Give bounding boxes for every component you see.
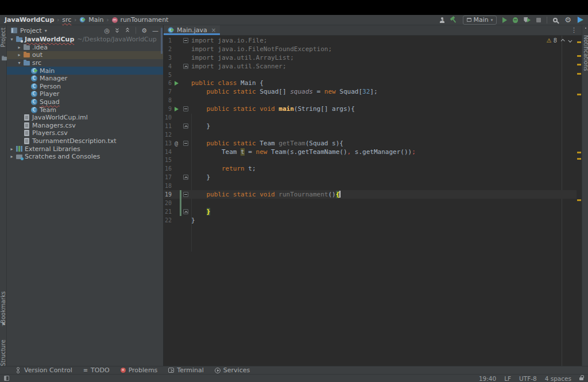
tree-item-person[interactable]: Person [7,83,163,91]
fold-collapse-icon[interactable] [183,38,188,43]
caret-position[interactable]: 19:40 [479,375,496,382]
code-line-20[interactable]: 20 [164,199,577,207]
tree-scrollbar[interactable] [161,28,163,54]
code-line-13[interactable]: 13@ public static Team getTeam(Squad s){ [164,139,577,148]
code-line-10[interactable]: 10 [164,113,577,122]
code-line-21[interactable]: 21 } [164,207,577,216]
fold-collapse-icon[interactable] [183,141,188,146]
code-line-9[interactable]: 9 public static void main(String[] args)… [164,105,577,113]
breadcrumb-method[interactable]: runTournament [121,16,169,24]
code-line-11[interactable]: 11 } [164,122,577,130]
run-gutter-icon[interactable] [175,107,179,111]
profiler-icon[interactable] [577,17,583,23]
line-separator[interactable]: LF [504,375,511,382]
tree-item-squad[interactable]: Squad [7,98,163,106]
search-everywhere-icon[interactable] [553,18,558,22]
breadcrumb-src[interactable]: src [62,16,71,24]
chevron-right-icon[interactable]: ▸ [16,45,23,50]
vcs-change-bar [180,156,181,164]
tree-item-out[interactable]: ▸out [7,51,163,59]
locate-file-icon[interactable]: ◎ [105,28,110,34]
breadcrumb-class[interactable]: Main [88,16,103,24]
run-gutter-icon[interactable] [175,81,179,86]
previous-problem-icon[interactable] [561,39,565,43]
tree-item-scratches-and-consoles[interactable]: ▸Scratches and Consoles [7,153,163,161]
code-line-17[interactable]: 17 } [164,173,577,182]
code-line-18[interactable]: 18 [164,182,577,190]
tree-item-main[interactable]: Main [7,67,163,75]
fold-end-icon[interactable] [183,209,188,214]
code-line-6[interactable]: 6public class Main { [164,79,577,87]
tool-window-button-project[interactable]: Project [0,28,6,47]
code-line-7[interactable]: 7 public static Squad[] squads = new Squ… [164,87,577,96]
tree-item-tournamentdescription-txt[interactable]: TournamentDescription.txt [7,137,163,145]
code-line-16[interactable]: 16 return t; [164,164,577,173]
close-icon[interactable]: × [211,27,216,33]
panel-settings-gear-icon[interactable]: ⚙ [141,28,147,34]
chevron-right-icon[interactable]: ▸ [8,154,16,159]
tree-item-player[interactable]: Player [7,90,163,98]
tree-item-javaworldcup[interactable]: ▾JavaWorldCup~/Desktop/JavaWorldCup [7,36,163,44]
settings-gear-icon[interactable]: ⚙ [564,17,571,24]
tool-window-button-version-control[interactable]: Version Control [16,366,72,374]
tree-item-src[interactable]: ▾src [7,59,163,67]
chevron-right-icon[interactable]: ▸ [16,52,23,57]
error-stripe[interactable] [577,36,582,366]
build-hammer-icon[interactable] [450,16,457,24]
tree-item-manager[interactable]: Manager [7,75,163,83]
tree-item-players-csv[interactable]: Players.csv [7,129,163,137]
tool-window-switcher-icon[interactable] [4,376,9,381]
code-line-8[interactable]: 8 [164,96,577,105]
fold-collapse-icon[interactable] [183,106,188,111]
at-gutter-icon[interactable]: @ [175,140,178,146]
tool-window-button-services[interactable]: Services [215,366,250,374]
code-line-15[interactable]: 15 [164,156,577,164]
tool-window-button-bookmarks[interactable]: Bookmarks [0,291,6,323]
chevron-down-icon[interactable]: ▾ [45,28,47,33]
tree-item-managers-csv[interactable]: Managers.csv [7,122,163,130]
fold-end-icon[interactable] [183,124,188,129]
run-with-coverage-button[interactable] [524,17,531,23]
code-editor[interactable]: 1import java.io.File;2import java.io.Fil… [164,36,577,366]
breadcrumb-project[interactable]: JavaWorldCup [5,16,54,24]
code-line-1[interactable]: 1import java.io.File; [164,36,577,45]
stop-button[interactable] [536,18,541,22]
tool-window-button-todo[interactable]: ≡ TODO [83,366,110,374]
inspection-widget[interactable]: ⚠ 8 [546,37,571,44]
run-configuration-select[interactable]: Main ▾ [463,16,497,25]
chevron-down-icon[interactable]: ▾ [16,60,23,65]
run-button[interactable] [502,17,507,23]
fold-collapse-icon[interactable] [183,192,188,197]
vcs-user-button[interactable]: ▾ [439,17,444,23]
tool-window-button-structure[interactable]: Structure [0,339,6,366]
code-line-12[interactable]: 12 [164,130,577,139]
indent-setting[interactable]: 4 spaces [545,375,571,382]
code-line-2[interactable]: 2import java.io.FileNotFoundException; [164,45,577,53]
chevron-down-icon[interactable]: ▾ [8,37,16,42]
tool-window-button-problems[interactable]: Problems [121,366,158,374]
tab-main-java[interactable]: Main.java × [164,25,220,35]
code-line-4[interactable]: 4import java.util.Scanner; [164,62,577,71]
tab-options-icon[interactable]: ⋮ [571,26,582,34]
code-line-5[interactable]: 5 [164,71,577,79]
code-line-22[interactable]: 22} [164,216,577,225]
hide-panel-icon[interactable]: — [152,28,158,34]
fold-end-icon[interactable] [183,175,188,180]
project-panel-title[interactable]: Project [20,27,42,34]
chevron-right-icon[interactable]: ▸ [8,146,16,152]
collapse-all-icon[interactable] [125,28,130,33]
tree-item-javaworldcup-iml[interactable]: JavaWorldCup.iml [7,114,163,122]
debug-button[interactable] [513,17,518,23]
code-line-3[interactable]: 3import java.util.ArrayList; [164,53,577,62]
fold-end-icon[interactable] [183,64,188,69]
tree-item-team[interactable]: Team [7,106,163,114]
expand-all-icon[interactable] [115,28,120,33]
tool-window-button-notifications[interactable]: Notifications [583,35,588,71]
code-line-14[interactable]: 14 Team t = new Team(s.getTeamName(), s.… [164,148,577,156]
code-line-19[interactable]: 19 public static void runTournament(){ [164,190,577,199]
tree-item-external-libraries[interactable]: ▸External Libraries [7,145,163,153]
file-encoding[interactable]: UTF-8 [519,375,537,382]
tool-window-button-terminal[interactable]: Terminal [168,366,204,374]
unlocked-icon[interactable] [579,377,583,380]
tree-item--idea[interactable]: ▸.idea [7,44,163,52]
